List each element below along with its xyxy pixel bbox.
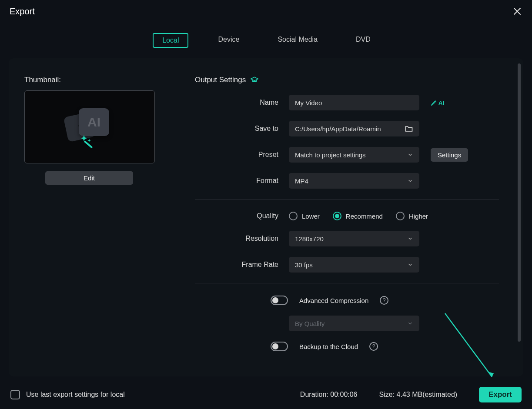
- compression-mode-value: By Quality: [295, 320, 325, 327]
- framerate-value: 30 fps: [295, 261, 313, 269]
- tab-local[interactable]: Local: [153, 33, 188, 48]
- resolution-label: Resolution: [195, 235, 289, 243]
- size-stat: Size: 4.43 MB(estimated): [379, 391, 458, 399]
- quality-lower-radio[interactable]: Lower: [289, 212, 320, 220]
- help-icon[interactable]: ?: [380, 296, 388, 305]
- resolution-select[interactable]: 1280x720: [289, 231, 419, 246]
- chevron-down-icon: [407, 262, 413, 268]
- duration-stat: Duration: 00:00:06: [300, 391, 358, 399]
- format-select[interactable]: MP4: [289, 173, 419, 189]
- framerate-select[interactable]: 30 fps: [289, 257, 419, 273]
- chevron-down-icon: [407, 236, 413, 242]
- use-last-settings-label: Use last export settings for local: [26, 391, 125, 399]
- ai-rename-button[interactable]: AI: [431, 99, 444, 106]
- resolution-value: 1280x720: [295, 235, 324, 243]
- thumbnail-label: Thumbnail:: [24, 76, 163, 84]
- save-to-value: C:/Users/hp/AppData/Roamin: [295, 125, 381, 133]
- chevron-down-icon: [407, 152, 413, 158]
- chevron-down-icon: [407, 178, 413, 184]
- close-button[interactable]: [512, 6, 522, 17]
- export-panel: Thumbnail: : AI Edit Output Settings Nam…: [9, 58, 523, 376]
- thumbnail-preview[interactable]: : AI: [24, 90, 155, 163]
- save-to-label: Save to: [195, 125, 289, 133]
- compression-mode-select[interactable]: By Quality: [289, 316, 419, 331]
- format-label: Format: [195, 177, 289, 185]
- export-button[interactable]: Export: [479, 387, 522, 402]
- output-settings-heading: Output Settings: [195, 76, 246, 84]
- advanced-compression-label: Advanced Compression: [299, 297, 368, 304]
- sparkle-icon: [80, 133, 100, 153]
- tab-bar: Local Device Social Media DVD: [0, 33, 532, 48]
- quality-higher-radio[interactable]: Higher: [396, 212, 428, 220]
- help-icon[interactable]: ?: [369, 342, 378, 351]
- tab-device[interactable]: Device: [209, 33, 248, 48]
- save-to-field[interactable]: C:/Users/hp/AppData/Roamin: [289, 121, 419, 136]
- preset-label: Preset: [195, 151, 289, 159]
- name-label: Name: [195, 99, 289, 106]
- dialog-title: Export: [10, 7, 35, 17]
- edit-thumbnail-button[interactable]: Edit: [45, 171, 133, 185]
- thumbnail-card-front-icon: AI: [79, 108, 109, 136]
- chevron-down-icon: [407, 320, 413, 326]
- use-last-settings-checkbox[interactable]: [10, 390, 20, 399]
- backup-cloud-label: Backup to the Cloud: [299, 343, 358, 350]
- close-icon: [513, 7, 521, 15]
- folder-icon[interactable]: [405, 124, 413, 133]
- tab-social-media[interactable]: Social Media: [269, 33, 326, 48]
- advanced-compression-toggle[interactable]: [271, 296, 288, 305]
- framerate-label: Frame Rate: [195, 261, 289, 269]
- name-input[interactable]: My Video: [289, 95, 419, 110]
- graduation-cap-icon[interactable]: [250, 76, 259, 84]
- quality-recommend-radio[interactable]: Recommend: [333, 212, 383, 220]
- svg-rect-0: [84, 140, 93, 148]
- preset-settings-button[interactable]: Settings: [431, 148, 468, 162]
- pen-icon: [431, 99, 438, 106]
- preset-value: Match to project settings: [295, 151, 366, 159]
- format-value: MP4: [295, 177, 308, 185]
- backup-cloud-toggle[interactable]: [271, 342, 288, 351]
- preset-select[interactable]: Match to project settings: [289, 147, 419, 163]
- tab-dvd[interactable]: DVD: [347, 33, 379, 48]
- quality-label: Quality: [195, 212, 289, 220]
